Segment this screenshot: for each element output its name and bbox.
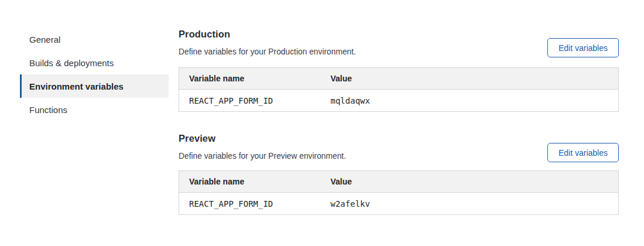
column-header-value: Value xyxy=(321,171,619,193)
production-variables-table: Variable name Value REACT_APP_FORM_ID mq… xyxy=(179,67,619,112)
preview-variables-table: Variable name Value REACT_APP_FORM_ID w2… xyxy=(179,170,619,215)
table-row: REACT_APP_FORM_ID w2afelkv xyxy=(179,193,619,215)
sidebar-item-general[interactable]: General xyxy=(21,28,169,51)
table-header-row: Variable name Value xyxy=(179,171,619,193)
sidebar-item-functions[interactable]: Functions xyxy=(21,98,169,121)
variable-value-cell: w2afelkv xyxy=(321,193,619,215)
column-header-variable-name: Variable name xyxy=(179,171,321,193)
sidebar-item-environment-variables[interactable]: Environment variables xyxy=(20,74,169,98)
preview-section-description: Define variables for your Preview enviro… xyxy=(179,152,346,160)
preview-section-title: Preview xyxy=(179,133,215,144)
sidebar-item-label: General xyxy=(29,35,60,45)
sidebar-item-builds-deployments[interactable]: Builds & deployments xyxy=(21,51,169,74)
production-edit-variables-button[interactable]: Edit variables xyxy=(547,38,619,57)
production-section-description: Define variables for your Production env… xyxy=(179,47,356,56)
table-row: REACT_APP_FORM_ID mqldaqwx xyxy=(179,90,619,112)
production-section-title: Production xyxy=(179,29,230,40)
preview-edit-variables-button[interactable]: Edit variables xyxy=(547,143,619,162)
variable-name-cell: REACT_APP_FORM_ID xyxy=(179,193,321,215)
table-header-row: Variable name Value xyxy=(179,68,619,90)
settings-page: General Builds & deployments Environment… xyxy=(0,0,644,246)
column-header-value: Value xyxy=(321,68,619,90)
sidebar-item-label: Functions xyxy=(29,105,67,115)
sidebar-item-label: Builds & deployments xyxy=(29,58,114,68)
variable-name-cell: REACT_APP_FORM_ID xyxy=(179,90,321,112)
sidebar-item-label: Environment variables xyxy=(29,81,124,91)
column-header-variable-name: Variable name xyxy=(179,68,321,90)
variable-value-cell: mqldaqwx xyxy=(321,90,619,112)
